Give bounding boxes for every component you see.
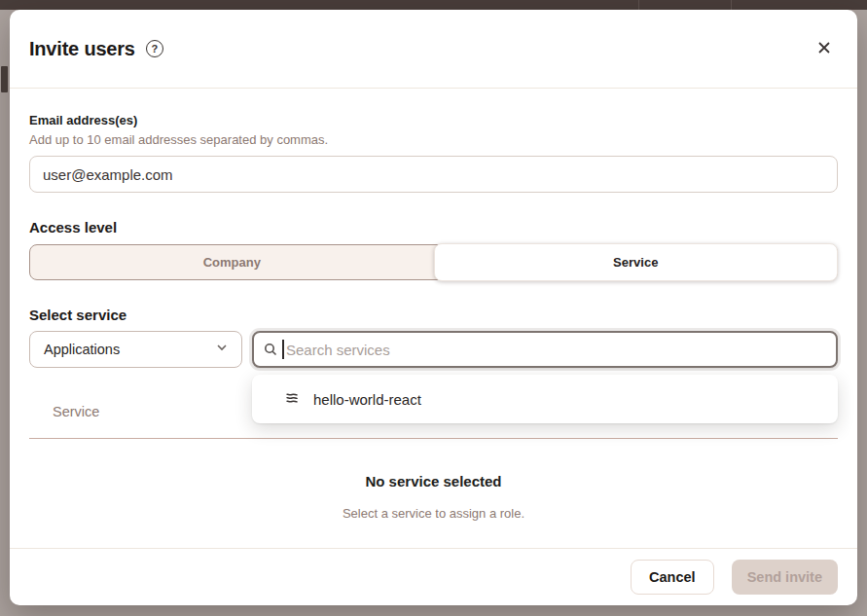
search-result-label: hello-world-react [313,391,421,408]
service-type-select-value: Applications [44,342,120,357]
email-label: Email address(es) [29,113,838,127]
email-helper-text: Add up to 10 email addresses separated b… [29,132,838,147]
send-invite-button[interactable]: Send invite [732,560,838,595]
access-level-label: Access level [29,219,838,236]
search-result-item[interactable]: hello-world-react [252,380,838,417]
empty-state-subtitle: Select a service to assign a role. [29,506,838,521]
cancel-button[interactable]: Cancel [631,560,714,595]
modal-title: Invite users [29,38,135,60]
modal-header: Invite users ? [10,10,857,89]
email-input[interactable] [29,156,838,193]
access-level-segmented-control: Company Service [29,244,838,280]
page-topbar [0,0,867,10]
topbar-separator [731,0,732,10]
service-type-select[interactable]: Applications [29,331,242,368]
service-search-input[interactable] [252,331,838,368]
text-caret [282,340,284,359]
segment-option-company[interactable]: Company [30,245,434,279]
empty-state-title: No service selected [29,473,838,489]
service-stack-icon [284,390,300,409]
topbar-separator [638,0,639,10]
select-service-label: Select service [29,307,838,323]
close-icon [817,41,831,57]
dimmed-page-text-fragment [1,66,8,92]
modal-footer: Cancel Send invite [10,548,857,605]
close-button[interactable] [813,37,836,60]
segment-option-service[interactable]: Service [434,243,839,281]
help-circle-icon[interactable]: ? [146,40,163,57]
service-search-wrap: hello-world-react [252,331,838,368]
table-divider [29,438,838,439]
chevron-down-icon [214,340,230,359]
search-results-dropdown: hello-world-react [252,375,838,423]
empty-state: No service selected Select a service to … [29,473,838,521]
invite-users-modal: Invite users ? Email address(es) Add up … [10,10,857,605]
service-picker-row: Applications [29,331,838,368]
modal-body: Email address(es) Add up to 10 email add… [10,89,857,548]
